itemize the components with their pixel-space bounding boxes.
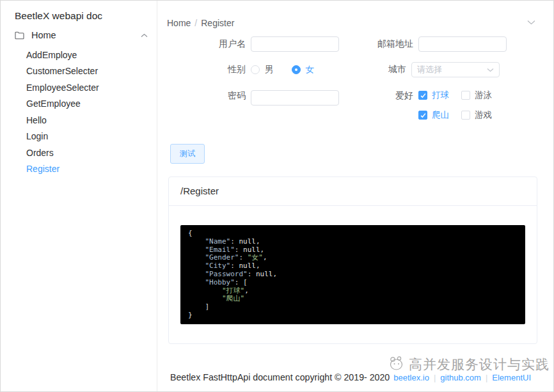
sidebar-item-hello[interactable]: Hello [1, 112, 157, 129]
hobby-checkbox-打球[interactable]: 打球 [418, 88, 461, 103]
code-line: } [188, 311, 518, 320]
sidebar-item-customerselecter[interactable]: CustomerSelecter [1, 63, 157, 80]
gender-radio-男[interactable]: 男 [251, 64, 274, 75]
code-token: : [230, 237, 239, 246]
code-token [188, 237, 205, 246]
code-token: } [188, 311, 193, 319]
email-label: 邮箱地址 [339, 38, 413, 50]
breadcrumb-separator: / [194, 18, 197, 28]
radio-label: 男 [265, 64, 274, 75]
code-token: "City" [205, 262, 231, 270]
code-token: "Hobby" [205, 278, 235, 286]
sidebar-item-addemploye[interactable]: AddEmploye [1, 47, 157, 63]
copyright-text: Beetlex FastHttpApi document copyright ©… [170, 372, 390, 382]
sidebar-item-register[interactable]: Register [1, 161, 157, 178]
chevron-down-icon[interactable] [527, 20, 535, 25]
code-token: , [256, 262, 260, 270]
hobby-checkbox-游泳[interactable]: 游泳 [461, 88, 492, 103]
checkbox-label: 爬山 [432, 109, 449, 121]
hobby-checkbox-group: 打球游泳爬山游戏 [418, 88, 492, 123]
code-token: "Password" [205, 270, 248, 278]
email-input[interactable] [418, 36, 507, 52]
breadcrumb: Home/Register [158, 1, 553, 28]
cartoon-face-logo-icon [388, 355, 406, 374]
folder-icon [15, 31, 24, 40]
sidebar-item-home[interactable]: Home [1, 27, 157, 43]
radio-label: 女 [306, 64, 315, 75]
footer: Beetlex FastHttpApi document copyright ©… [170, 372, 531, 382]
code-token: { [188, 229, 193, 237]
footer-link-ElementUI[interactable]: ElementUI [492, 373, 531, 382]
test-button[interactable]: 测试 [170, 144, 205, 164]
sidebar-item-orders[interactable]: Orders [1, 145, 157, 161]
code-token [188, 286, 222, 295]
city-label: 城市 [332, 64, 406, 75]
code-token: : [248, 270, 256, 278]
code-token: "Email" [205, 246, 235, 254]
footer-link-separator: | [434, 373, 436, 382]
code-token [188, 262, 205, 270]
code-token: , [256, 237, 260, 246]
code-token: ] [188, 302, 209, 311]
hobby-field-group: 爱好 打球游泳爬山游戏 [339, 88, 492, 123]
hobby-checkbox-游戏[interactable]: 游戏 [461, 107, 492, 123]
footer-link-githubcom[interactable]: github.com [440, 373, 481, 382]
code-token: null [239, 237, 257, 246]
code-token [188, 270, 205, 278]
footer-link-beetlexio[interactable]: beetlex.io [393, 373, 429, 382]
chevron-down-icon [487, 68, 494, 72]
code-token: , [260, 246, 265, 254]
password-input[interactable] [251, 90, 339, 106]
main-content: Home/Register 用户名 邮箱地址 性别 男女 [158, 1, 553, 391]
breadcrumb-item-home[interactable]: Home [167, 18, 191, 28]
breadcrumb-item-register[interactable]: Register [201, 18, 234, 28]
hobby-checkbox-爬山[interactable]: 爬山 [418, 107, 461, 123]
code-token: : [ [235, 278, 248, 286]
app-window: BeetleX webapi doc Home AddEmployeCustom… [0, 0, 554, 392]
code-token: : [230, 262, 239, 270]
app-title: BeetleX webapi doc [1, 1, 157, 22]
code-token [188, 278, 205, 286]
sidebar-item-employeeselecter[interactable]: EmployeeSelecter [1, 79, 157, 96]
result-panel-title: /Register [169, 177, 537, 206]
username-label: 用户名 [158, 38, 246, 50]
form-row: 用户名 邮箱地址 [158, 36, 553, 52]
code-line: ] [188, 303, 518, 311]
code-token: , [244, 286, 249, 295]
code-token: null [239, 262, 257, 270]
result-panel-body: { "Name": null, "Email": null, "Gender":… [169, 206, 537, 343]
city-select[interactable]: 请选择 [411, 62, 500, 77]
gender-field-group: 性别 男女 [158, 62, 332, 77]
code-token [188, 294, 222, 302]
code-token: "爬山" [222, 294, 244, 302]
checkbox-label: 游泳 [475, 90, 492, 101]
form-row: 性别 男女 城市 请选择 [158, 62, 553, 77]
footer-links: beetlex.io|github.com|ElementUI [393, 373, 531, 382]
hobby-label: 爱好 [339, 90, 413, 102]
email-field-group: 邮箱地址 [339, 36, 507, 52]
radio-button-icon [251, 65, 260, 74]
code-token [188, 246, 205, 254]
code-token: "女" [248, 253, 263, 262]
checkbox-icon [461, 111, 470, 120]
sidebar-item-login[interactable]: Login [1, 129, 157, 145]
watermark-text: 高并发服务设计与实践 [409, 356, 550, 373]
watermark: 高并发服务设计与实践 [388, 355, 550, 374]
code-token: "打球" [222, 286, 244, 295]
username-input[interactable] [251, 36, 339, 52]
json-code-block: { "Name": null, "Email": null, "Gender":… [180, 225, 525, 324]
code-token: : [239, 253, 247, 262]
username-field-group: 用户名 [158, 36, 339, 52]
city-field-group: 城市 请选择 [332, 62, 500, 77]
checkbox-icon [418, 91, 427, 100]
form-row: 密码 爱好 打球游泳爬山游戏 [158, 88, 553, 123]
radio-button-icon [292, 65, 301, 74]
gender-radio-group: 男女 [251, 62, 332, 77]
gender-radio-女[interactable]: 女 [292, 64, 315, 75]
checkbox-icon [461, 91, 470, 100]
register-form: 用户名 邮箱地址 性别 男女 城市 请选择 [158, 36, 553, 123]
chevron-up-icon[interactable] [141, 33, 148, 38]
sidebar-item-getemployee[interactable]: GetEmployee [1, 96, 157, 113]
code-token: , [273, 270, 277, 278]
gender-label: 性别 [158, 64, 246, 75]
